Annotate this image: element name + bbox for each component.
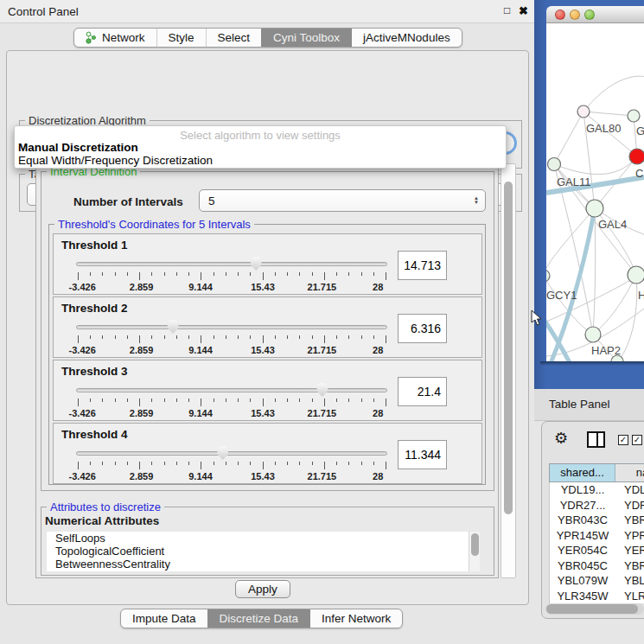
num-intervals-combo[interactable]: 5 ▲▼ <box>199 189 486 212</box>
node-gal4[interactable] <box>586 200 603 217</box>
list-item[interactable]: TopologicalCoefficient <box>47 545 480 558</box>
tab-discretize-data[interactable]: Discretize Data <box>207 609 310 628</box>
tab-infer-network[interactable]: Infer Network <box>309 609 402 628</box>
column-header-shared[interactable]: shared... <box>550 464 615 481</box>
label-gal11: GAL11 <box>557 175 591 188</box>
tab-impute-data[interactable]: Impute Data <box>121 609 207 628</box>
table-horizontal-scrollbar[interactable] <box>545 603 644 615</box>
table-scrollbar-thumb[interactable] <box>546 604 638 614</box>
numerical-attributes-list: SelfLoops TopologicalCoefficient Between… <box>47 532 480 571</box>
mac-close-icon[interactable] <box>555 10 565 20</box>
table-row[interactable]: YDR27...YDR2 <box>550 498 644 513</box>
threshold-4-value[interactable]: 11.344 <box>398 440 447 469</box>
panel-scrollbar-thumb[interactable] <box>504 182 513 514</box>
panel-scrollbar[interactable] <box>501 163 516 578</box>
top-tab-bar: Network Style Select Cyni Toolbox jActiv… <box>73 28 462 48</box>
attributes-group-title: Attributes to discretize <box>47 501 164 513</box>
cyni-toolbox-panel: Discretization Algorithm Select algorith… <box>6 50 529 605</box>
close-icon[interactable]: ✖ <box>519 4 528 17</box>
mac-minimize-icon[interactable] <box>570 10 580 20</box>
network-icon <box>86 31 97 44</box>
tab-network-label: Network <box>102 31 145 44</box>
window-shadow <box>540 361 644 366</box>
apply-button[interactable]: Apply <box>235 580 290 598</box>
label-gal80: GAL80 <box>586 122 621 135</box>
threshold-2-box: Threshold 2 -3.426 2.859 9.144 15.43 21.… <box>53 296 482 358</box>
label-partial-g: GA <box>636 124 644 137</box>
label-gal4: GAL4 <box>598 218 627 231</box>
float-window-icon[interactable]: □ <box>504 4 510 16</box>
checkbox-icon[interactable]: ✓ <box>618 435 628 445</box>
table-row[interactable]: YBL079WYBL0 <box>550 573 644 589</box>
tab-cyni-toolbox[interactable]: Cyni Toolbox <box>261 29 351 47</box>
table-header-row: shared... na <box>549 463 644 482</box>
node-gal11[interactable] <box>548 158 561 171</box>
algorithm-dropdown-popup: Select algorithm to view settings Manual… <box>14 125 507 169</box>
settings-scrollpane: Interval Definition Number of Intervals … <box>35 163 499 578</box>
network-canvas[interactable]: GAL80 GA C GAL11 GAL4 GCY1 H HAP2 <box>546 23 644 361</box>
table-panel: ⚙ ✓ ✓ shared... na YDL19...YDL1 YDR27...… <box>541 421 644 619</box>
thresholds-group: Threshold's Coordinates for 5 Intervals … <box>48 224 486 485</box>
node-table: shared... na YDL19...YDL1 YDR27...YDR2 Y… <box>549 463 644 603</box>
node-partial-h[interactable] <box>628 266 644 284</box>
control-panel-header: Control Panel □ ✖ <box>0 0 534 23</box>
table-row[interactable]: YPR145WYPR1 <box>550 528 644 544</box>
network-window-titlebar[interactable] <box>546 6 644 23</box>
node-gcy1[interactable] <box>546 270 550 282</box>
table-row[interactable]: YLR345WYLR3 <box>550 589 644 604</box>
label-partial-c: C <box>635 167 643 180</box>
attributes-group: Attributes to discretize Numerical Attri… <box>41 507 494 576</box>
threshold-3-value[interactable]: 21.4 <box>398 377 447 406</box>
threshold-3-box: Threshold 3 -3.426 2.859 9.144 15.43 21.… <box>53 360 482 421</box>
numerical-attributes-label: Numerical Attributes <box>45 514 159 527</box>
node-partial-g[interactable] <box>628 110 640 122</box>
gear-icon[interactable]: ⚙ <box>554 429 568 448</box>
dropdown-hint: Select algorithm to view settings <box>15 129 506 142</box>
table-panel-title: Table Panel <box>549 398 610 411</box>
threshold-3-slider[interactable]: -3.426 2.859 9.144 15.43 21.715 28 <box>76 381 387 419</box>
mac-zoom-icon[interactable] <box>584 10 595 20</box>
table-body: YDL19...YDL1 YDR27...YDR2 YBR043CYBR0 YP… <box>549 482 644 603</box>
table-row[interactable]: YER054CYER0 <box>550 543 644 558</box>
tab-network[interactable]: Network <box>74 29 156 47</box>
table-row[interactable]: YBR043CYBR0 <box>550 513 644 528</box>
num-intervals-label: Number of Intervals <box>73 195 183 208</box>
threshold-4-thumb[interactable] <box>216 445 229 460</box>
node-gal80[interactable] <box>577 105 590 118</box>
interval-definition-group: Interval Definition Number of Intervals … <box>41 171 494 491</box>
threshold-2-slider[interactable]: -3.426 2.859 9.144 15.43 21.715 28 <box>76 318 387 356</box>
thresholds-group-title: Threshold's Coordinates for 5 Intervals <box>54 218 254 231</box>
threshold-4-slider[interactable]: -3.426 2.859 9.144 15.43 21.715 28 <box>76 444 387 482</box>
threshold-4-box: Threshold 4 -3.426 2.859 9.144 15.43 21.… <box>53 423 482 484</box>
panel-title: Control Panel <box>8 5 79 18</box>
threshold-2-thumb[interactable] <box>167 319 180 334</box>
threshold-1-value[interactable]: 14.713 <box>398 251 447 280</box>
table-panel-header: Table Panel <box>534 389 644 421</box>
threshold-1-thumb[interactable] <box>250 256 263 271</box>
list-scrollbar[interactable] <box>469 532 480 571</box>
tab-select[interactable]: Select <box>206 29 262 47</box>
column-header-name[interactable]: na <box>615 464 644 481</box>
app-root: Control Panel □ ✖ Network Style Se <box>0 0 644 644</box>
dropdown-option-equal-width[interactable]: Equal Width/Frequency Discretization <box>18 154 213 167</box>
node-hap2[interactable] <box>585 327 601 342</box>
threshold-2-value[interactable]: 6.316 <box>398 314 447 343</box>
threshold-3-thumb[interactable] <box>316 382 328 397</box>
checkbox-icon[interactable]: ✓ <box>632 435 642 445</box>
node-selected-red[interactable] <box>629 149 644 164</box>
tab-jactivemnodules[interactable]: jActiveMNodules <box>351 29 462 47</box>
list-item[interactable]: BetweennessCentrality <box>47 558 480 571</box>
table-row[interactable]: YBR045CYBR0 <box>550 558 644 574</box>
dropdown-option-manual[interactable]: Manual Discretization <box>18 141 138 154</box>
label-partial-h: H <box>638 289 644 302</box>
bottom-tab-bar: Impute Data Discretize Data Infer Networ… <box>120 609 403 628</box>
label-hap2: HAP2 <box>591 344 621 357</box>
threshold-1-box: Threshold 1 -3.426 2.859 9.144 15.43 21.… <box>53 233 482 295</box>
list-item[interactable]: SelfLoops <box>47 532 480 545</box>
columns-icon[interactable] <box>587 431 605 448</box>
table-row[interactable]: YDL19...YDL1 <box>550 482 644 498</box>
combo-spinner-icon: ▲▼ <box>474 196 479 205</box>
tab-style[interactable]: Style <box>156 29 206 47</box>
threshold-1-slider[interactable]: -3.426 2.859 9.144 15.43 21.715 28 <box>76 255 387 293</box>
mouse-cursor <box>531 309 542 326</box>
